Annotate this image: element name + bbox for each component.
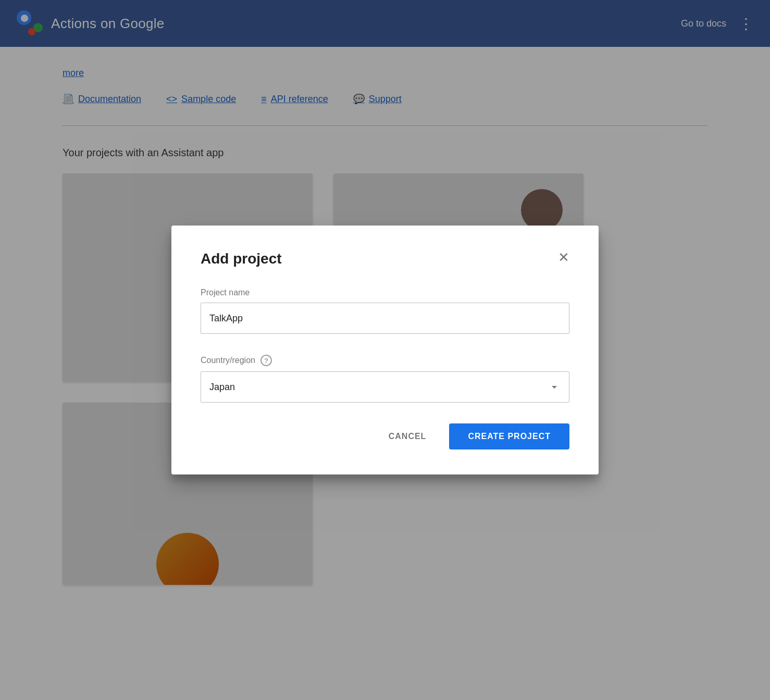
- cancel-button[interactable]: CANCEL: [378, 424, 437, 448]
- add-project-modal: Add project ✕ Project name Country/regio…: [171, 226, 599, 474]
- country-select[interactable]: Japan United States United Kingdom Canad…: [201, 371, 569, 403]
- modal-actions: CANCEL CREATE PROJECT: [201, 423, 569, 449]
- project-name-input[interactable]: [201, 303, 569, 334]
- close-button[interactable]: ✕: [558, 251, 569, 264]
- create-project-button[interactable]: CREATE PROJECT: [449, 423, 569, 449]
- modal-header: Add project ✕: [201, 251, 569, 267]
- country-field-group: Country/region ? Japan United States Uni…: [201, 355, 569, 403]
- country-label-row: Country/region ?: [201, 355, 569, 366]
- help-icon[interactable]: ?: [260, 355, 272, 366]
- modal-title: Add project: [201, 251, 282, 267]
- country-label: Country/region: [201, 356, 255, 365]
- modal-overlay: Add project ✕ Project name Country/regio…: [0, 0, 770, 700]
- project-name-label: Project name: [201, 288, 569, 297]
- project-name-field-group: Project name: [201, 288, 569, 334]
